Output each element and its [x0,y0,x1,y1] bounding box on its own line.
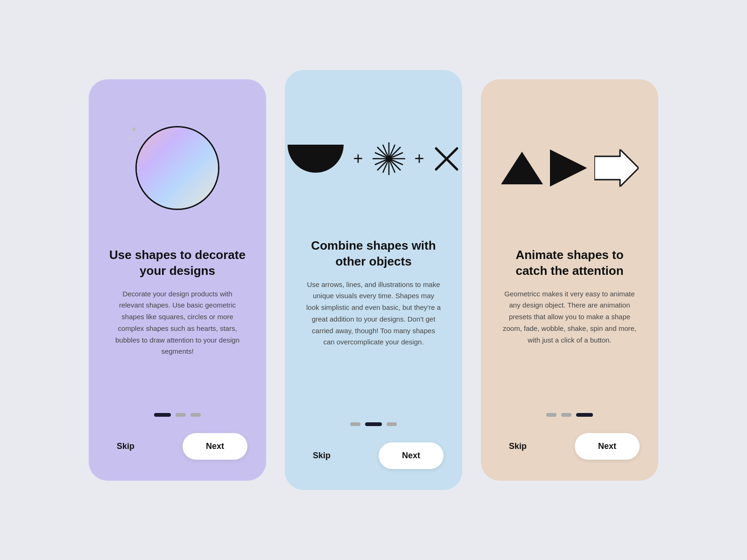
card-1-skip-button[interactable]: Skip [107,437,144,456]
card-3-next-button[interactable]: Next [575,433,640,460]
card-2-dots [350,404,397,426]
card-3-dots [546,394,593,417]
card-1-buttons: Skip Next [107,433,247,460]
arrow-right-icon [594,149,639,187]
card-1-title: Use shapes to decorate your designs [107,247,247,279]
card-1-next-button[interactable]: Next [183,433,247,460]
dot-3 [576,413,593,417]
card-3-title: Animate shapes to catch the attention [500,247,640,279]
card-3-buttons: Skip Next [500,433,640,460]
starburst-icon [373,142,405,175]
card-1: Use shapes to decorate your designs Deco… [89,79,266,481]
card-1-dots [154,394,201,417]
cards-container: Use shapes to decorate your designs Deco… [61,42,686,518]
x-shape-icon [434,146,459,172]
dot-2 [561,413,571,417]
half-circle-shape [288,145,344,173]
card-2: + + Combine [285,70,462,490]
card-2-next-button[interactable]: Next [379,442,444,469]
dot-1 [546,413,557,417]
dot-3 [387,422,397,426]
shapes-combination: + + [288,142,459,175]
plus-icon-2: + [415,149,424,168]
card-1-description: Decorate your design products with relev… [107,288,247,358]
card-2-illustration: + + [303,93,444,224]
dot-1 [154,413,171,417]
dot-3 [190,413,201,417]
card-2-description: Use arrows, lines, and illustrations to … [303,279,444,349]
circle-illustration [135,126,219,210]
card-2-skip-button[interactable]: Skip [303,446,340,465]
card-2-title: Combine shapes with other objects [303,238,444,270]
card-3-skip-button[interactable]: Skip [500,437,536,456]
dot-1 [350,422,360,426]
plus-icon-1: + [353,149,363,168]
arrow-shapes-group [501,149,639,187]
card-3-illustration [500,103,640,233]
svg-marker-10 [594,149,639,187]
card-3: Animate shapes to catch the attention Ge… [481,79,658,481]
triangle-up-icon [501,152,543,184]
dot-2 [365,422,382,426]
card-3-description: Geometricc makes it very easy to animate… [500,288,640,346]
dot-2 [176,413,186,417]
card-2-buttons: Skip Next [303,442,444,469]
triangle-right-icon [550,149,587,187]
card-1-illustration [107,103,247,233]
